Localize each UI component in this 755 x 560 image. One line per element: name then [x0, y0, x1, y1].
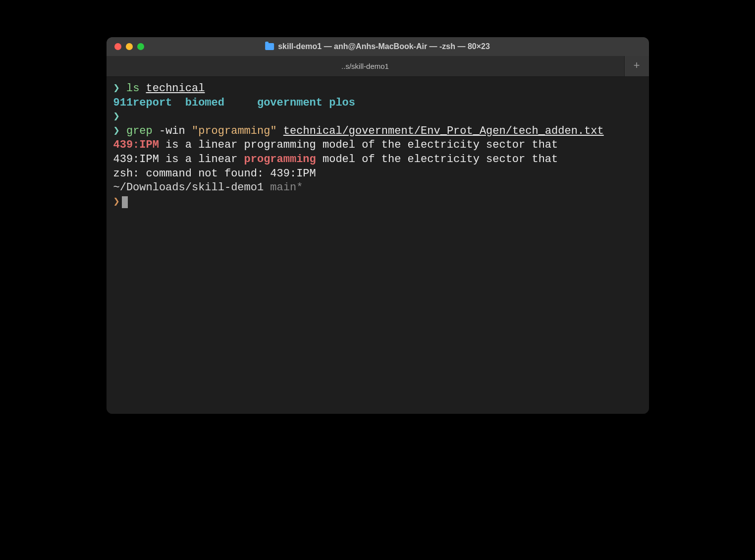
directory-name: plos	[329, 97, 355, 109]
command-text: grep	[126, 125, 153, 137]
output-text: is a linear programming model of the ele…	[159, 139, 558, 151]
terminal-line: ~/Downloads/skill-demo1 main*	[113, 181, 642, 195]
cwd-path: ~/Downloads/skill-demo1	[113, 181, 264, 194]
directory-name: biomed	[185, 97, 224, 109]
command-text: ls	[126, 82, 139, 95]
terminal-line: ❯ grep -win "programming" technical/gove…	[113, 124, 642, 139]
tab-label: ..s/skill-demo1	[341, 62, 389, 70]
grep-match-word: programming	[244, 153, 316, 166]
cursor-icon	[122, 196, 128, 208]
git-branch: main*	[270, 181, 303, 194]
new-tab-button[interactable]: +	[624, 56, 649, 76]
terminal-line: 911report biomed government plos	[113, 96, 642, 111]
folder-icon	[265, 43, 274, 50]
tab-bar: ..s/skill-demo1 +	[107, 56, 649, 77]
window-title: skill-demo1 — anh@Anhs-MacBook-Air — -zs…	[265, 42, 490, 51]
output-text: model of the electricity sector that	[316, 153, 558, 166]
terminal-line: ❯ ls technical	[113, 82, 642, 96]
grep-match-lineno: 439:IPM	[113, 139, 159, 151]
window-title-text: skill-demo1 — anh@Anhs-MacBook-Air — -zs…	[278, 42, 490, 51]
terminal-line: zsh: command not found: 439:IPM	[113, 167, 642, 181]
prompt-symbol: ❯	[113, 82, 120, 95]
command-string: "programming"	[192, 125, 277, 137]
prompt-symbol: ❯	[113, 111, 120, 123]
tab-active[interactable]: ..s/skill-demo1	[107, 56, 624, 76]
terminal-line: ❯	[113, 195, 642, 210]
terminal-line: ❯	[113, 110, 642, 124]
command-flags: -win	[159, 125, 185, 137]
plus-icon: +	[633, 60, 640, 72]
maximize-button[interactable]	[137, 43, 144, 50]
close-button[interactable]	[114, 43, 121, 50]
prompt-symbol: ❯	[113, 125, 120, 137]
window-titlebar[interactable]: skill-demo1 — anh@Anhs-MacBook-Air — -zs…	[107, 37, 649, 56]
output-text: 439:IPM is a linear	[113, 153, 244, 166]
terminal-content[interactable]: ❯ ls technical 911report biomed governme…	[107, 77, 649, 414]
terminal-line: 439:IPM is a linear programming model of…	[113, 153, 642, 167]
terminal-line: 439:IPM is a linear programming model of…	[113, 138, 642, 153]
terminal-window: skill-demo1 — anh@Anhs-MacBook-Air — -zs…	[107, 37, 649, 414]
error-text: zsh: command not found: 439:IPM	[113, 168, 316, 180]
directory-name: government	[257, 97, 323, 109]
directory-name: 911report	[113, 97, 172, 109]
window-controls	[114, 43, 144, 50]
command-path: technical/government/Env_Prot_Agen/tech_…	[283, 125, 604, 137]
command-arg: technical	[146, 82, 205, 95]
minimize-button[interactable]	[126, 43, 133, 50]
prompt-symbol: ❯	[113, 196, 120, 208]
